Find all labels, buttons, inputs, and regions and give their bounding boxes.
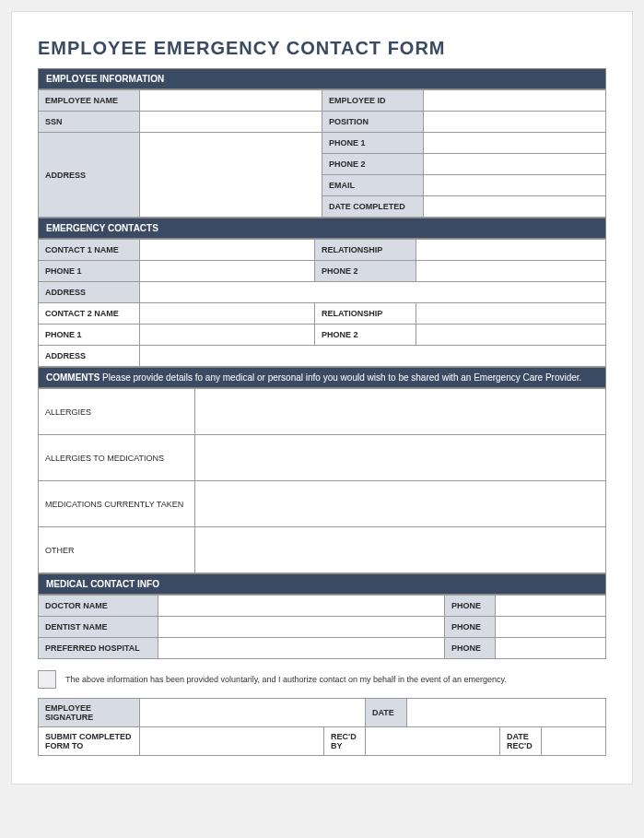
- label-ssn: SSN: [39, 112, 140, 133]
- emergency-contacts-table: CONTACT 1 NAME RELATIONSHIP PHONE 1 PHON…: [38, 239, 606, 367]
- label-contact2-address: ADDRESS: [39, 346, 140, 367]
- label-contact2-name: CONTACT 2 NAME: [39, 303, 140, 325]
- field-allergies-meds[interactable]: [195, 435, 606, 481]
- field-employee-id[interactable]: [424, 90, 606, 112]
- label-doctor-name: DOCTOR NAME: [39, 596, 158, 617]
- label-doctor-phone: PHONE: [445, 596, 496, 617]
- label-contact1-phone1: PHONE 1: [39, 261, 140, 282]
- label-submit-to: SUBMIT COMPLETED FORM TO: [39, 727, 140, 756]
- employee-info-table: EMPLOYEE NAME EMPLOYEE ID SSN POSITION A…: [38, 89, 606, 218]
- label-contact2-phone1: PHONE 1: [39, 325, 140, 346]
- label-phone1: PHONE 1: [322, 133, 424, 154]
- form-page: EMPLOYEE EMERGENCY CONTACT FORM EMPLOYEE…: [11, 11, 633, 785]
- field-contact1-phone2[interactable]: [416, 261, 606, 282]
- consent-text: The above information has been provided …: [65, 675, 507, 684]
- label-hospital-phone: PHONE: [445, 638, 496, 659]
- field-contact1-phone1[interactable]: [140, 261, 315, 282]
- label-recd-by: REC'D BY: [324, 727, 366, 756]
- field-phone1[interactable]: [424, 133, 606, 154]
- field-dentist-name[interactable]: [158, 617, 445, 638]
- section-header-comments: COMMENTS Please provide details fo any m…: [38, 367, 606, 388]
- label-phone2: PHONE 2: [322, 154, 424, 175]
- label-date-recd: DATE REC'D: [500, 727, 542, 756]
- section-header-employee-info: EMPLOYEE INFORMATION: [38, 68, 606, 89]
- field-doctor-name[interactable]: [158, 596, 445, 617]
- field-position[interactable]: [424, 112, 606, 133]
- label-contact1-name: CONTACT 1 NAME: [39, 240, 140, 261]
- section-header-emergency-contacts: EMERGENCY CONTACTS: [38, 218, 606, 239]
- field-contact2-phone1[interactable]: [140, 325, 315, 346]
- label-dentist-phone: PHONE: [445, 617, 496, 638]
- comments-header-text: Please provide details fo any medical or…: [100, 372, 581, 383]
- label-contact1-phone2: PHONE 2: [315, 261, 416, 282]
- section-header-medical: MEDICAL CONTACT INFO: [38, 573, 606, 595]
- consent-row: The above information has been provided …: [38, 670, 606, 689]
- field-recd-by[interactable]: [366, 727, 500, 756]
- medical-table: DOCTOR NAME PHONE DENTIST NAME PHONE PRE…: [38, 595, 606, 659]
- field-ssn[interactable]: [140, 112, 322, 133]
- field-employee-signature[interactable]: [140, 699, 366, 727]
- field-contact1-relationship[interactable]: [416, 240, 606, 261]
- label-contact2-relationship: RELATIONSHIP: [315, 303, 416, 325]
- label-employee-name: EMPLOYEE NAME: [39, 90, 140, 112]
- comments-header-bold: COMMENTS: [46, 372, 100, 383]
- field-contact2-address[interactable]: [140, 346, 606, 367]
- label-other: OTHER: [39, 527, 195, 573]
- field-date-recd[interactable]: [542, 727, 606, 756]
- label-employee-id: EMPLOYEE ID: [322, 90, 424, 112]
- field-employee-name[interactable]: [140, 90, 322, 112]
- field-meds-taken[interactable]: [195, 481, 606, 527]
- form-title: EMPLOYEE EMERGENCY CONTACT FORM: [38, 38, 606, 59]
- label-address: ADDRESS: [39, 133, 140, 218]
- label-sig-date: DATE: [366, 699, 407, 727]
- field-contact2-phone2[interactable]: [416, 325, 606, 346]
- field-address[interactable]: [140, 133, 322, 218]
- field-contact1-name[interactable]: [140, 240, 315, 261]
- field-doctor-phone[interactable]: [496, 596, 606, 617]
- field-sig-date[interactable]: [407, 699, 606, 727]
- label-employee-signature: EMPLOYEE SIGNATURE: [39, 699, 140, 727]
- label-allergies: ALLERGIES: [39, 389, 195, 435]
- field-submit-to[interactable]: [140, 727, 324, 756]
- field-contact1-address[interactable]: [140, 282, 606, 303]
- field-preferred-hospital[interactable]: [158, 638, 445, 659]
- field-contact2-name[interactable]: [140, 303, 315, 325]
- label-contact1-address: ADDRESS: [39, 282, 140, 303]
- label-contact1-relationship: RELATIONSHIP: [315, 240, 416, 261]
- label-preferred-hospital: PREFERRED HOSPITAL: [39, 638, 158, 659]
- label-meds-taken: MEDICATIONS CURRENTLY TAKEN: [39, 481, 195, 527]
- field-contact2-relationship[interactable]: [416, 303, 606, 325]
- field-email[interactable]: [424, 175, 606, 196]
- field-date-completed[interactable]: [424, 196, 606, 218]
- field-phone2[interactable]: [424, 154, 606, 175]
- consent-checkbox[interactable]: [38, 670, 56, 689]
- field-allergies[interactable]: [195, 389, 606, 435]
- field-hospital-phone[interactable]: [496, 638, 606, 659]
- label-allergies-meds: ALLERGIES TO MEDICATIONS: [39, 435, 195, 481]
- signature-table: EMPLOYEE SIGNATURE DATE SUBMIT COMPLETED…: [38, 698, 606, 756]
- label-date-completed: DATE COMPLETED: [322, 196, 424, 218]
- label-contact2-phone2: PHONE 2: [315, 325, 416, 346]
- label-email: EMAIL: [322, 175, 424, 196]
- field-other[interactable]: [195, 527, 606, 573]
- field-dentist-phone[interactable]: [496, 617, 606, 638]
- comments-table: ALLERGIES ALLERGIES TO MEDICATIONS MEDIC…: [38, 388, 606, 573]
- label-dentist-name: DENTIST NAME: [39, 617, 158, 638]
- label-position: POSITION: [322, 112, 424, 133]
